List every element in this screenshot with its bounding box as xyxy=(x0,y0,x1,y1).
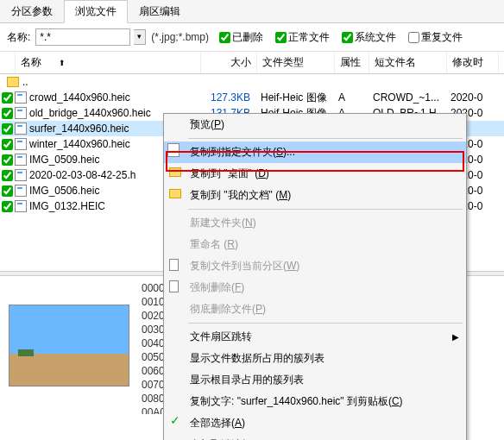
col-type[interactable]: 文件类型 xyxy=(257,52,335,73)
menu-label: 复制文字: "surfer_1440x960.heic" 到剪贴板(C) xyxy=(190,394,403,409)
menu-item[interactable]: 文件扇区跳转▶ xyxy=(164,326,466,348)
context-menu: 预览(P)复制到指定文件夹(S)...复制到 "桌面" (D)复制到 "我的文档… xyxy=(163,113,467,440)
menu-item[interactable]: 全部取消选择(U) xyxy=(164,434,466,440)
file-checkbox[interactable] xyxy=(2,154,13,166)
file-row[interactable]: crowd_1440x960.heic127.3KBHeif-Heic 图像AC… xyxy=(0,90,504,105)
file-icon xyxy=(15,200,27,212)
menu-label: 彻底删除文件(P) xyxy=(190,302,266,317)
filter-label: 名称: xyxy=(7,30,30,45)
paper-icon xyxy=(169,280,179,292)
tab-sector-edit[interactable]: 扇区编辑 xyxy=(128,0,192,22)
copy-icon xyxy=(169,145,180,157)
menu-item[interactable]: 显示根目录占用的簇列表 xyxy=(164,369,466,391)
menu-item[interactable]: 复制到 "我的文档" (M) xyxy=(164,185,466,206)
menu-label: 显示根目录占用的簇列表 xyxy=(190,373,304,387)
menu-label: 显示文件数据所占用的簇列表 xyxy=(190,351,324,366)
file-icon xyxy=(15,138,27,150)
menu-item[interactable]: 预览(P) xyxy=(164,114,466,135)
menu-item: 新建文件夹(N) xyxy=(164,212,466,234)
preview-pane xyxy=(0,276,138,414)
file-checkbox[interactable] xyxy=(2,108,13,119)
chk-system[interactable]: 系统文件 xyxy=(342,30,396,45)
col-attr[interactable]: 属性 xyxy=(335,52,369,73)
folder-icon xyxy=(169,189,181,198)
tab-bar: 分区参数 浏览文件 扇区编辑 xyxy=(0,0,504,23)
file-icon xyxy=(15,123,27,135)
file-short: CROWD_~1... xyxy=(368,91,445,104)
menu-item[interactable]: 复制文字: "surfer_1440x960.heic" 到剪贴板(C) xyxy=(164,391,466,412)
file-icon xyxy=(15,185,27,197)
file-type: Heif-Heic 图像 xyxy=(255,91,333,105)
file-size: 127.3KB xyxy=(199,91,255,104)
menu-label: 复制到 "我的文档" (M) xyxy=(190,188,291,203)
file-checkbox[interactable] xyxy=(2,139,13,150)
file-checkbox[interactable] xyxy=(2,92,13,104)
column-headers: 名称⬆ 大小 文件类型 属性 短文件名 修改时 xyxy=(0,52,504,74)
parent-dots: .. xyxy=(22,76,28,88)
file-icon xyxy=(15,107,27,119)
chk-normal[interactable]: 正常文件 xyxy=(275,30,330,45)
file-icon xyxy=(15,154,27,166)
submenu-arrow-icon: ▶ xyxy=(452,332,459,342)
filter-dropdown[interactable]: ▾ xyxy=(134,29,146,45)
col-size[interactable]: 大小 xyxy=(201,52,257,73)
col-mod[interactable]: 修改时 xyxy=(447,52,499,73)
menu-label: 全部选择(A) xyxy=(190,416,245,431)
check-icon: ✓ xyxy=(170,413,184,427)
chk-duplicate[interactable]: 重复文件 xyxy=(408,30,463,45)
filter-bar: 名称: ▾ (*.jpg;*.bmp) 已删除 正常文件 系统文件 重复文件 xyxy=(0,23,504,52)
file-attr: A xyxy=(333,91,368,104)
preview-image xyxy=(9,305,129,387)
file-checkbox[interactable] xyxy=(2,201,13,212)
filter-ext: (*.jpg;*.bmp) xyxy=(151,31,209,43)
tab-browse-files[interactable]: 浏览文件 xyxy=(64,0,128,23)
menu-separator xyxy=(188,209,463,210)
chk-deleted[interactable]: 已删除 xyxy=(219,30,263,45)
tab-partition-params[interactable]: 分区参数 xyxy=(0,0,64,22)
menu-label: 复制到指定文件夹(S)... xyxy=(190,145,295,160)
folder-icon xyxy=(169,167,181,177)
menu-item: 彻底删除文件(P) xyxy=(164,299,466,320)
file-checkbox[interactable] xyxy=(2,123,13,135)
menu-label: 预览(P) xyxy=(190,117,224,132)
file-icon xyxy=(15,169,27,181)
sort-arrow-icon: ⬆ xyxy=(59,59,66,67)
file-mod: 2020-0 xyxy=(445,91,497,104)
file-checkbox[interactable] xyxy=(2,185,13,197)
menu-separator xyxy=(188,323,463,324)
col-short[interactable]: 短文件名 xyxy=(369,52,447,73)
col-name[interactable]: 名称⬆ xyxy=(16,52,201,73)
menu-item: 重命名 (R) xyxy=(164,234,466,255)
menu-label: 强制删除(F) xyxy=(190,280,244,295)
filter-input[interactable] xyxy=(35,28,130,46)
menu-item[interactable]: 复制到 "桌面" (D) xyxy=(164,163,466,185)
file-icon xyxy=(15,91,27,104)
menu-label: 复制到 "桌面" (D) xyxy=(190,167,269,181)
menu-item: 复制文件到当前分区(W) xyxy=(164,255,466,277)
menu-item[interactable]: ✓全部选择(A) xyxy=(164,412,466,434)
file-checkbox[interactable] xyxy=(2,170,13,181)
menu-separator xyxy=(188,138,463,139)
folder-icon xyxy=(7,77,19,87)
menu-item[interactable]: 显示文件数据所占用的簇列表 xyxy=(164,348,466,369)
menu-label: 复制文件到当前分区(W) xyxy=(190,259,299,273)
paper-icon xyxy=(169,259,179,271)
menu-item: 强制删除(F) xyxy=(164,277,466,299)
parent-folder-row[interactable]: .. xyxy=(0,74,504,90)
menu-label: 文件扇区跳转 xyxy=(190,330,252,344)
menu-item[interactable]: 复制到指定文件夹(S)... xyxy=(164,141,466,163)
menu-label: 新建文件夹(N) xyxy=(190,216,256,230)
file-name: crowd_1440x960.heic xyxy=(29,91,199,104)
menu-label: 重命名 (R) xyxy=(190,237,238,252)
